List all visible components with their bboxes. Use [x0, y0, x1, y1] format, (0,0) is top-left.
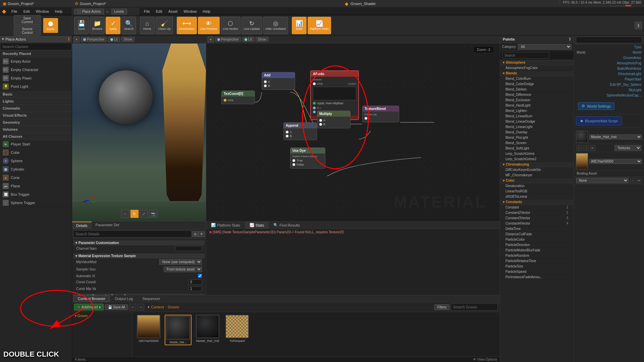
palette-blend-colordodge[interactable]: Blend_ColorDodge: [500, 81, 574, 87]
stats-btn[interactable]: 📊 Stats: [292, 17, 307, 34]
palette-distancecull[interactable]: DistanceCullFade: [500, 232, 574, 237]
menu-help-left[interactable]: Help: [52, 9, 65, 14]
node-usedye[interactable]: Use Dye Switch Param (false) True False: [290, 147, 325, 169]
find-results-tab[interactable]: 🔍 Find Results: [269, 222, 305, 229]
volumes-section[interactable]: Volumes: [0, 126, 72, 133]
palette-lerp-scratch1[interactable]: Lerp_ScratchGrime: [500, 151, 574, 157]
filters-btn[interactable]: Filters: [434, 304, 449, 310]
add-import-btn[interactable]: ＋ Add/Import ▾: [74, 304, 104, 310]
palette-blend-lighten[interactable]: Blend_Lighten: [500, 108, 574, 114]
world-settings-btn[interactable]: ⚙ World Settings: [578, 102, 614, 110]
node-texcoord[interactable]: TexCoord[0] UVs: [221, 90, 255, 104]
menu-file-left[interactable]: File: [9, 9, 20, 14]
actor-empty-pawn[interactable]: EP Empty Pawn: [0, 74, 72, 82]
mat-lit-btn[interactable]: Lit: [242, 37, 254, 42]
home-btn[interactable]: ⌂ Home: [140, 17, 155, 34]
visual-effects-section[interactable]: Visual Effects: [0, 112, 72, 119]
asset-abchair[interactable]: ABCHair50000: [135, 315, 162, 343]
cb-path-content[interactable]: Content: [151, 305, 164, 309]
menu-file-shader[interactable]: File: [141, 9, 153, 14]
basic-section[interactable]: Basic: [0, 91, 72, 98]
asset-masterhair[interactable]: Maste_Hai...: [165, 315, 192, 345]
scale-btn[interactable]: ⤢: [140, 210, 148, 218]
palette-blend-difference[interactable]: Blend_Difference: [500, 92, 574, 98]
palette-particle-random[interactable]: ParticleRandom: [500, 253, 574, 258]
place-actors-btn[interactable]: ⬛ Place Actors: [74, 9, 104, 14]
browse-btn[interactable]: 📁 Browse: [90, 17, 105, 34]
palette-desaturation[interactable]: Desaturation: [500, 183, 574, 189]
search-shader-btn[interactable]: 🔍 Search: [121, 17, 136, 34]
palette-particle-speed[interactable]: ParticleSpeed: [500, 269, 574, 275]
palette-constant1[interactable]: Constant1: [500, 205, 574, 210]
cb-tree-item[interactable]: ▾ Groom: [73, 313, 131, 318]
save-all-btn[interactable]: 💾 Save All: [105, 304, 128, 310]
menu-edit-left[interactable]: Edit: [21, 9, 33, 14]
platform-stats-btn[interactable]: 📈 Platform Stats: [308, 17, 331, 34]
actor-point-light[interactable]: 💡 Point Light: [0, 82, 72, 91]
translate-btn[interactable]: ↔: [121, 210, 129, 218]
cb-tab-output[interactable]: Output Log: [110, 295, 137, 302]
lights-section[interactable]: Lights: [0, 98, 72, 105]
palette-atmos-fog[interactable]: AtmosphericFogColor: [500, 65, 574, 71]
material-canvas[interactable]: Zoom -3 MATERIAL: [206, 44, 500, 221]
palette-chroma-erode[interactable]: DiffColorKeyerErodeSin: [500, 167, 574, 173]
menu-help-shader[interactable]: Help: [200, 9, 213, 14]
cb-forward-btn[interactable]: →: [138, 304, 144, 310]
actor-cone[interactable]: ▲ Cone: [0, 174, 72, 182]
node-multiply[interactable]: Multiply A B: [317, 111, 351, 128]
blueprint-add-script-btn[interactable]: ◆ Blueprint/Add Script: [576, 116, 622, 125]
actor-empty-character[interactable]: EC Empty Character: [0, 66, 72, 74]
menu-window-left[interactable]: Window: [33, 9, 52, 14]
cinematic-section[interactable]: Cinematic: [0, 105, 72, 112]
cb-path-groom[interactable]: Groom: [168, 305, 179, 309]
cb-tab-sequencer[interactable]: Sequencer: [138, 295, 164, 302]
show-btn[interactable]: Show: [121, 37, 135, 42]
palette-blend-colorburn[interactable]: Blend_ColorBurn: [500, 76, 574, 81]
const-mip-input[interactable]: [189, 286, 202, 291]
details-eye-btn[interactable]: 👁: [198, 231, 205, 237]
recently-placed-section[interactable]: Recently Placed: [0, 50, 72, 57]
node-append[interactable]: Append A B: [283, 122, 317, 140]
apply-btn[interactable]: ✓ Apply: [106, 17, 120, 34]
actor-empty-actor[interactable]: EA Empty Actor: [0, 57, 72, 66]
live-preview-btn[interactable]: 👁 Live Preview: [198, 17, 220, 34]
menu-asset-shader[interactable]: Asset: [166, 9, 180, 14]
expand-btn[interactable]: ⟫: [635, 22, 642, 29]
actor-plane[interactable]: ▬ Plane: [0, 182, 72, 190]
palette-lerp-scratch2[interactable]: Lerp_ScratchGrime2: [500, 157, 574, 162]
perspective-btn[interactable]: Perspective: [81, 37, 107, 42]
palette-blend-darken[interactable]: Blend_Darken: [500, 87, 574, 92]
textures-edit-btn[interactable]: ✏: [590, 145, 595, 151]
hide-unrelated-btn[interactable]: ◎ Hide Unrelated: [263, 17, 288, 34]
palette-blend-exclusion[interactable]: Blend_Exclusion: [500, 98, 574, 103]
automatic-view-checkbox[interactable]: [198, 274, 202, 278]
sampler-source-select[interactable]: From texture asset: [164, 266, 202, 272]
palette-perinstance-fade[interactable]: PerInstanceFadeAmou...: [500, 275, 574, 280]
cb-search-input[interactable]: [451, 303, 498, 311]
live-nodes-btn[interactable]: ⬡ Live Nodes: [221, 17, 240, 34]
mat-dropdown-btn[interactable]: ▾: [208, 37, 214, 43]
palette-blend-overlay[interactable]: Blend_Overlay: [500, 130, 574, 135]
palette-particle-motion[interactable]: ParticleMotionBlurFade: [500, 248, 574, 253]
palette-search-input[interactable]: [502, 52, 549, 59]
palette-blend-linearlight[interactable]: Blend_LinearLight: [500, 124, 574, 130]
live-update-btn[interactable]: ↻ Live Update: [241, 17, 262, 34]
palette-constant4v[interactable]: Constant4Vector4: [500, 221, 574, 226]
binding-back-btn[interactable]: ←: [630, 178, 635, 183]
palette-blend-hardlight[interactable]: Blend_HardLight: [500, 103, 574, 108]
palette-mf-chroma[interactable]: MF_Chromakeyer: [500, 173, 574, 178]
binding-edit-btn[interactable]: ✏: [637, 178, 642, 183]
palette-linear-srgb[interactable]: LinearTosRGB: [500, 189, 574, 194]
source-control-btn[interactable]: Source Control: [14, 26, 41, 36]
palette-srgb-linear[interactable]: sRGBToLinear: [500, 194, 574, 199]
node-textureblend[interactable]: TextureBlend Param (d) ○: [362, 106, 399, 122]
cb-back-btn[interactable]: ←: [129, 304, 136, 310]
actor-player-start[interactable]: ▶ Player Start: [0, 140, 72, 148]
levels-btn[interactable]: Levels: [111, 9, 127, 14]
asset-trifleopard[interactable]: TriFleopard: [224, 315, 251, 343]
actor-sphere[interactable]: ● Sphere: [0, 157, 72, 165]
platform-stats-tab[interactable]: 📊 Platform Stats: [206, 222, 245, 229]
geometry-section[interactable]: Geometry: [0, 119, 72, 126]
menu-window-shader[interactable]: Window: [181, 9, 199, 14]
palette-constant3v[interactable]: Constant3Vector3: [500, 216, 574, 221]
